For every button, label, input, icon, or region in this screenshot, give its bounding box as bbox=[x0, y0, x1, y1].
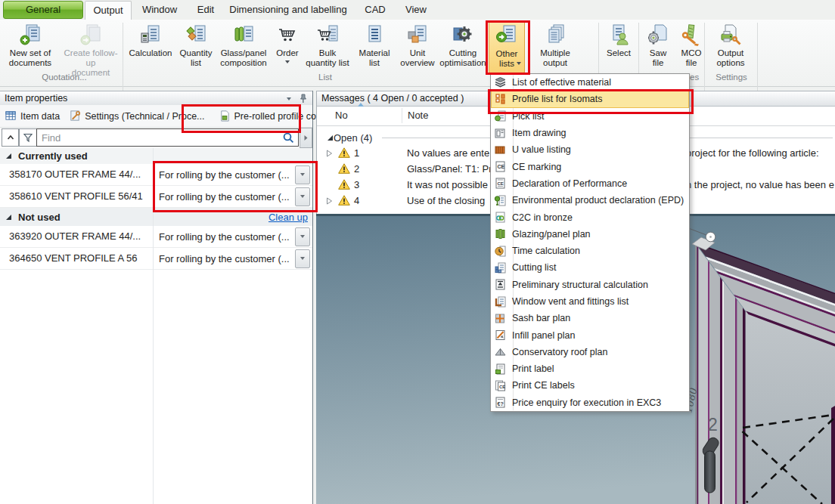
multiple-output-button[interactable]: Multiple output bbox=[528, 21, 582, 72]
menu-item-epd[interactable]: Environmental product declaration (EPD) bbox=[491, 192, 689, 209]
menu-item-u-value-listing[interactable]: U value listing bbox=[491, 141, 689, 158]
epd-icon bbox=[494, 194, 507, 207]
warning-icon bbox=[338, 163, 350, 174]
pin-icon[interactable] bbox=[298, 94, 308, 104]
other-lists-dropdown-arrow-icon bbox=[517, 62, 521, 65]
clean-up-link[interactable]: Clean up bbox=[269, 212, 308, 223]
find-box bbox=[36, 128, 299, 147]
item-properties-tabs: Item data Settings (Technical / Proce...… bbox=[0, 105, 312, 128]
menu-item-pick-list[interactable]: Pick list bbox=[491, 108, 689, 125]
menu-item-c2c-in-bronze[interactable]: C2C in bronze bbox=[491, 209, 689, 225]
calculation-button[interactable]: Calculation bbox=[126, 21, 175, 72]
tab-dimensioning[interactable]: Dimensioning and labelling bbox=[227, 1, 349, 19]
message-note: No values are ente bbox=[407, 145, 489, 161]
combo-dropdown-button[interactable] bbox=[295, 165, 310, 184]
output-options-icon bbox=[719, 23, 742, 46]
item-number-label: 2 bbox=[708, 415, 718, 434]
rolling-option-combobox[interactable]: For rolling by the customer (... bbox=[155, 187, 311, 206]
print-label-icon bbox=[494, 363, 507, 376]
tab-settings-technical[interactable]: Settings (Technical / Proce... bbox=[64, 107, 209, 126]
quantity-list-button[interactable]: Quantity list bbox=[175, 21, 216, 72]
article-code: 364650 VENT PROFILE A 56 bbox=[9, 248, 150, 269]
menu-item-glazing-panel-plan[interactable]: Glazing/panel plan bbox=[491, 226, 689, 243]
group-header-not-used[interactable]: Not used Clean up bbox=[0, 208, 312, 226]
menu-item-window-vent-and-fittings-list[interactable]: Window vent and fittings list bbox=[491, 293, 689, 310]
menu-item-conservatory-roof-plan[interactable]: Conservatory roof plan bbox=[491, 344, 689, 360]
tab-cad[interactable]: CAD bbox=[357, 1, 393, 19]
profile-row-358170[interactable]: 358170 OUTER FRAME 44/... For rolling by… bbox=[0, 164, 312, 186]
expander-icon[interactable] bbox=[326, 150, 333, 157]
item-data-icon bbox=[5, 110, 17, 122]
panel-menu-arrow-icon[interactable] bbox=[287, 97, 291, 100]
glazing-plan-icon bbox=[494, 227, 507, 240]
combo-dropdown-button[interactable] bbox=[295, 227, 310, 246]
tab-edit[interactable]: Edit bbox=[189, 1, 222, 19]
bulk-quantity-list-button[interactable]: Bulk quantity list bbox=[304, 21, 351, 72]
tab-window[interactable]: Window bbox=[136, 1, 183, 19]
chevron-right-icon bbox=[303, 135, 309, 141]
warning-icon bbox=[338, 147, 350, 158]
menu-item-time-calculation[interactable]: Time calculation bbox=[491, 243, 689, 259]
group-separator bbox=[757, 23, 758, 98]
column-no[interactable]: No bbox=[335, 110, 348, 121]
new-set-of-documents-button[interactable]: New set of documents bbox=[2, 21, 59, 72]
glass-panel-icon bbox=[232, 23, 255, 46]
mco-file-button[interactable]: MCO file bbox=[676, 21, 706, 72]
ribbon: New set of documents Create follow-up do… bbox=[0, 20, 835, 87]
combo-dropdown-button[interactable] bbox=[295, 187, 310, 206]
combo-dropdown-button[interactable] bbox=[295, 249, 310, 268]
profile-row-364650[interactable]: 364650 VENT PROFILE A 56 For rolling by … bbox=[0, 248, 312, 270]
rolling-option-combobox[interactable]: For rolling by the customer (... bbox=[155, 249, 311, 268]
tab-general[interactable]: General bbox=[3, 1, 83, 19]
menu-item-declaration-of-performance[interactable]: CE Declaration of Performance bbox=[491, 175, 689, 192]
svg-text:CE: CE bbox=[498, 164, 505, 169]
profile-row-363920[interactable]: 363920 OUTER FRAME 44/... For rolling by… bbox=[0, 226, 312, 248]
menu-item-cutting-list[interactable]: Cutting list bbox=[491, 259, 689, 276]
tab-output[interactable]: Output bbox=[85, 1, 132, 20]
saw-file-button[interactable]: Saw file bbox=[643, 21, 673, 72]
group-header-currently-used[interactable]: Currently used bbox=[0, 148, 312, 164]
menu-item-item-drawing[interactable]: Item drawing bbox=[491, 125, 689, 141]
article-code: 358170 OUTER FRAME 44/... bbox=[9, 164, 150, 185]
find-input[interactable] bbox=[37, 132, 282, 144]
expander-icon[interactable] bbox=[326, 197, 333, 205]
menu-item-price-enquiry-exc3[interactable]: €? Price enquiry for execution in EXC3 bbox=[491, 394, 689, 411]
column-note[interactable]: Note bbox=[408, 110, 428, 121]
glass-panel-composition-button[interactable]: Glass/panel composition bbox=[218, 21, 269, 72]
unit-overview-button[interactable]: Unit overview bbox=[396, 21, 439, 72]
filter-button[interactable] bbox=[19, 128, 37, 147]
menu-item-print-label[interactable]: Print label bbox=[491, 360, 689, 377]
other-lists-button[interactable]: Other lists bbox=[489, 20, 525, 73]
search-icon[interactable] bbox=[282, 131, 295, 144]
bulk-quantity-list-icon bbox=[316, 23, 339, 46]
ce-marking-icon: CE bbox=[494, 160, 507, 173]
rolling-option-combobox[interactable]: For rolling by the customer (... bbox=[155, 165, 311, 184]
menu-item-preliminary-structural-calculation[interactable]: Preliminary structural calculation bbox=[491, 277, 689, 293]
tab-pre-rolled-profile-code[interactable]: Pre-rolled profile code bbox=[214, 107, 331, 126]
calculation-icon bbox=[139, 23, 162, 46]
menu-item-list-of-effective-material[interactable]: List of effective material bbox=[491, 74, 689, 91]
profile-row-358610[interactable]: 358610 VENT PROFILE 56/41 For rolling by… bbox=[0, 186, 312, 208]
menu-item-sash-bar-plan[interactable]: Sash bar plan bbox=[491, 310, 689, 326]
output-options-button[interactable]: Output options bbox=[708, 21, 753, 72]
tab-view[interactable]: View bbox=[398, 1, 434, 19]
menu-item-print-ce-labels[interactable]: CE Print CE labels bbox=[491, 377, 689, 394]
print-ce-labels-icon: CE bbox=[494, 379, 507, 392]
pre-rolled-profile-icon bbox=[219, 110, 231, 122]
menu-item-ce-marking[interactable]: CE CE marking bbox=[491, 158, 689, 175]
sort-ascending-icon bbox=[358, 103, 364, 107]
u-value-icon bbox=[494, 144, 507, 156]
find-options-button[interactable] bbox=[300, 128, 312, 148]
order-button[interactable]: Order bbox=[271, 21, 304, 72]
tab-item-data[interactable]: Item data bbox=[0, 107, 64, 126]
vent-fittings-icon bbox=[494, 295, 507, 308]
rolling-option-combobox[interactable]: For rolling by the customer (... bbox=[155, 227, 311, 246]
material-list-button[interactable]: Material list bbox=[354, 21, 395, 72]
menu-item-profile-list-for-isomats[interactable]: Profile list for Isomats bbox=[491, 91, 689, 107]
menu-item-infill-panel-plan[interactable]: Infill panel plan bbox=[491, 326, 689, 343]
cutting-optimisation-button[interactable]: Cutting optimisation bbox=[439, 21, 487, 72]
message-note: It was not possible bbox=[407, 177, 488, 193]
collapse-all-button[interactable] bbox=[2, 128, 19, 147]
svg-text:€?: €? bbox=[498, 401, 504, 407]
select-button[interactable]: Select bbox=[602, 21, 635, 72]
